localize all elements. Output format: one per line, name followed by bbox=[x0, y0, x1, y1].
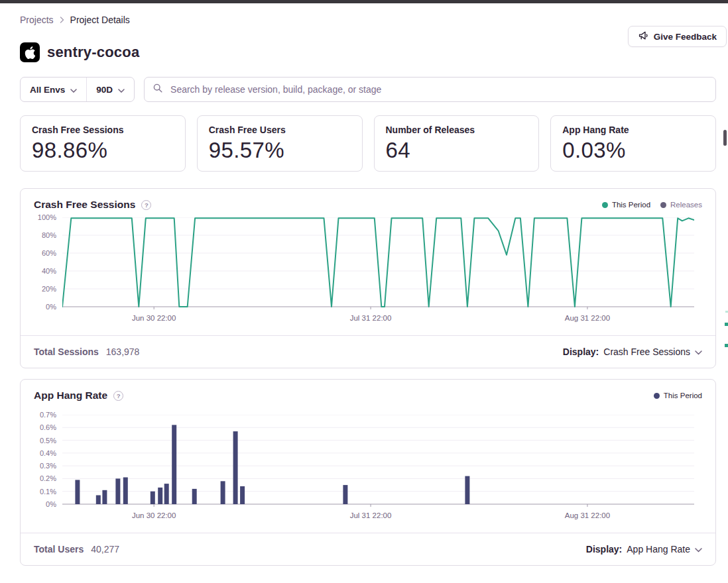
x-axis-tick-label: Aug 31 22:00 bbox=[565, 314, 610, 322]
sessions-line-chart: Jun 30 22:00Jul 31 22:00Aug 31 22:00 bbox=[62, 217, 694, 327]
display-value: App Hang Rate bbox=[627, 544, 690, 555]
apple-platform-icon bbox=[20, 42, 40, 62]
y-axis-tick-label: 0.2% bbox=[40, 474, 56, 483]
clipped-content-fragment bbox=[725, 344, 728, 347]
give-feedback-button[interactable]: Give Feedback bbox=[628, 26, 727, 47]
score-card-crash-free-sessions: Crash Free Sessions 98.86% bbox=[20, 115, 186, 172]
y-axis-tick-label: 0% bbox=[46, 500, 56, 509]
y-axis-tick-label: 0% bbox=[46, 302, 56, 311]
y-axis-tick-label: 80% bbox=[42, 231, 56, 240]
hang-chart-area: 0.7%0.6%0.5%0.4%0.3%0.2%0.1%0% Jun 30 22… bbox=[21, 415, 715, 525]
score-card-value: 98.86% bbox=[32, 138, 174, 163]
panel-title: Crash Free Sessions bbox=[34, 199, 135, 211]
panel-title: App Hang Rate bbox=[34, 390, 107, 401]
breadcrumb: Projects Project Details bbox=[20, 15, 716, 25]
legend-label: This Period bbox=[612, 201, 650, 209]
panel-header: App Hang Rate ? This Period bbox=[21, 380, 715, 401]
chart-legend: This Period Releases bbox=[602, 201, 702, 209]
score-cards-row: Crash Free Sessions 98.86% Crash Free Us… bbox=[20, 115, 716, 172]
legend-dot bbox=[660, 202, 666, 208]
x-axis-tick-label: Aug 31 22:00 bbox=[565, 511, 610, 519]
release-search-box bbox=[144, 77, 716, 102]
x-axis-tick-label: Jun 30 22:00 bbox=[132, 314, 176, 322]
scrollbar-thumb[interactable] bbox=[723, 130, 727, 146]
give-feedback-label: Give Feedback bbox=[654, 32, 717, 42]
x-axis-tick-label: Jun 30 22:00 bbox=[132, 511, 176, 519]
y-axis-tick-label: 40% bbox=[42, 266, 56, 276]
breadcrumb-row: Projects Project Details bbox=[20, 15, 716, 37]
search-input[interactable] bbox=[169, 83, 707, 95]
score-card-label: Crash Free Users bbox=[209, 125, 351, 135]
search-icon bbox=[152, 83, 163, 96]
y-axis-tick-label: 20% bbox=[42, 284, 56, 293]
score-card-value: 95.57% bbox=[209, 138, 351, 163]
legend-dot bbox=[654, 393, 660, 399]
score-card-app-hang-rate: App Hang Rate 0.03% bbox=[550, 115, 716, 172]
environment-selector-value: All Envs bbox=[30, 85, 65, 95]
top-window-bar bbox=[0, 0, 728, 3]
score-card-value: 64 bbox=[386, 138, 528, 163]
page-content: Projects Project Details Give Feedback s… bbox=[0, 15, 728, 566]
score-card-number-of-releases: Number of Releases 64 bbox=[374, 115, 540, 172]
page-title: sentry-cocoa bbox=[47, 44, 139, 61]
date-range-selector-value: 90D bbox=[96, 85, 113, 95]
y-axis-tick-label: 0.5% bbox=[40, 436, 56, 445]
chevron-down-icon bbox=[118, 85, 125, 95]
score-card-label: Crash Free Sessions bbox=[32, 125, 174, 135]
legend-item-releases[interactable]: Releases bbox=[660, 201, 702, 209]
y-axis-tick-label: 0.4% bbox=[40, 449, 56, 458]
score-card-label: Number of Releases bbox=[386, 125, 528, 135]
score-card-crash-free-users: Crash Free Users 95.57% bbox=[197, 115, 363, 172]
app-hang-rate-panel: App Hang Rate ? This Period 0.7%0.6%0.5%… bbox=[20, 379, 716, 566]
legend-label: Releases bbox=[670, 201, 702, 209]
total-sessions-value: 163,978 bbox=[106, 346, 140, 357]
total-users-value: 40,277 bbox=[91, 544, 119, 555]
breadcrumb-projects-link[interactable]: Projects bbox=[20, 15, 54, 25]
display-mode-dropdown[interactable]: Display: Crash Free Sessions bbox=[563, 346, 702, 357]
legend-item-this-period[interactable]: This Period bbox=[602, 201, 650, 209]
y-axis-tick-label: 60% bbox=[42, 248, 56, 258]
project-title-row: sentry-cocoa bbox=[20, 42, 716, 62]
panel-header: Crash Free Sessions ? This Period Releas… bbox=[21, 189, 715, 211]
score-card-value: 0.03% bbox=[562, 138, 704, 163]
chart-legend: This Period bbox=[654, 392, 702, 399]
megaphone-icon bbox=[638, 30, 648, 43]
legend-label: This Period bbox=[664, 392, 702, 399]
legend-item-this-period[interactable]: This Period bbox=[654, 392, 702, 399]
chevron-down-icon bbox=[695, 346, 702, 357]
display-label: Display: bbox=[586, 544, 622, 555]
chevron-down-icon bbox=[695, 544, 702, 555]
hang-chart-y-axis: 0.7%0.6%0.5%0.4%0.3%0.2%0.1%0% bbox=[21, 415, 62, 507]
y-axis-tick-label: 0.3% bbox=[40, 461, 56, 470]
question-circle-icon[interactable]: ? bbox=[141, 200, 151, 210]
sessions-chart-area: 100%80%60%40%20%0% Jun 30 22:00Jul 31 22… bbox=[21, 217, 715, 327]
y-axis-tick-label: 100% bbox=[38, 213, 56, 222]
filter-row: All Envs 90D bbox=[20, 77, 716, 102]
y-axis-tick-label: 0.6% bbox=[40, 423, 56, 432]
score-card-label: App Hang Rate bbox=[562, 125, 704, 135]
environment-selector[interactable]: All Envs bbox=[21, 78, 86, 101]
y-axis-tick-label: 0.7% bbox=[40, 410, 56, 419]
display-label: Display: bbox=[563, 346, 599, 357]
question-circle-icon[interactable]: ? bbox=[113, 391, 123, 401]
panel-footer: Total Users 40,277 Display: App Hang Rat… bbox=[21, 533, 715, 565]
y-axis-tick-label: 0.1% bbox=[40, 487, 56, 496]
legend-dot bbox=[602, 202, 608, 208]
chevron-down-icon bbox=[70, 85, 77, 95]
page-filter-bar: All Envs 90D bbox=[20, 77, 135, 102]
total-sessions-label: Total Sessions bbox=[34, 346, 99, 357]
display-mode-dropdown[interactable]: Display: App Hang Rate bbox=[586, 544, 702, 555]
hang-bar-chart: Jun 30 22:00Jul 31 22:00Aug 31 22:00 bbox=[62, 415, 694, 525]
panel-footer: Total Sessions 163,978 Display: Crash Fr… bbox=[21, 335, 715, 368]
clipped-content-fragment bbox=[725, 311, 728, 313]
breadcrumb-current: Project Details bbox=[70, 15, 130, 25]
date-range-selector[interactable]: 90D bbox=[87, 78, 134, 101]
clipped-content-fragment bbox=[725, 323, 728, 326]
total-users-label: Total Users bbox=[34, 544, 84, 555]
chevron-right-icon bbox=[60, 15, 64, 25]
display-value: Crash Free Sessions bbox=[603, 346, 690, 357]
x-axis-tick-label: Jul 31 22:00 bbox=[350, 511, 392, 519]
sessions-chart-y-axis: 100%80%60%40%20%0% bbox=[21, 217, 62, 310]
x-axis-tick-label: Jul 31 22:00 bbox=[350, 314, 392, 322]
crash-free-sessions-panel: Crash Free Sessions ? This Period Releas… bbox=[20, 188, 716, 368]
